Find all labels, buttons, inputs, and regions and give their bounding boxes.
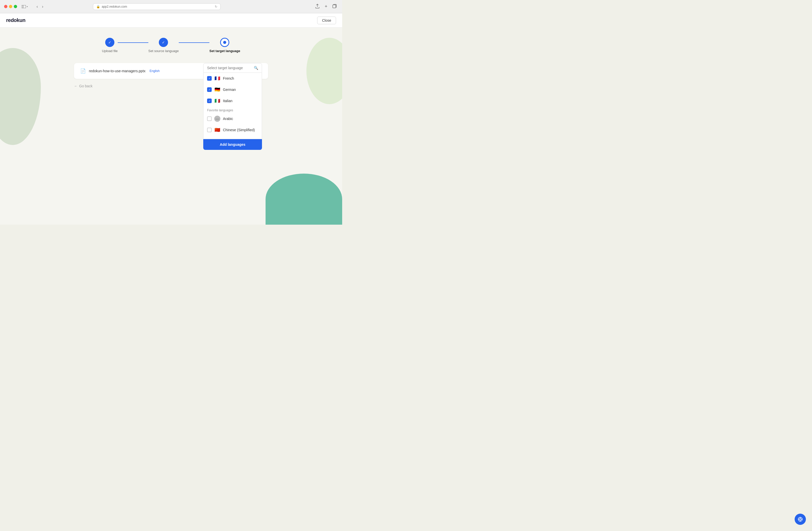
checkbox-german[interactable]: ✓: [207, 87, 212, 92]
checkbox-italian[interactable]: ✓: [207, 99, 212, 103]
step-2-label: Set source language: [148, 49, 179, 53]
language-name-chinese-simplified: Chinese (Simplified): [223, 128, 255, 132]
favorite-languages-section-label: Favorite languages: [203, 106, 262, 113]
check-icon-italian: ✓: [208, 99, 211, 103]
language-name-french: French: [223, 76, 234, 80]
traffic-light-red[interactable]: [4, 5, 8, 8]
flag-italian: 🇮🇹: [214, 98, 220, 104]
language-item-macedonian[interactable]: 🇲🇰 Macedonian: [203, 135, 262, 139]
step-line-1: [118, 42, 148, 43]
language-item-italian[interactable]: ✓ 🇮🇹 Italian: [203, 95, 262, 106]
language-search-input[interactable]: [207, 66, 252, 70]
flag-french: 🇫🇷: [214, 75, 220, 82]
step-1-label: Upload file: [102, 49, 117, 53]
step-2-circle: ✓: [159, 38, 168, 47]
step-line-2: [179, 42, 209, 43]
forward-button[interactable]: ›: [40, 3, 45, 10]
language-search-box: 🔍: [203, 63, 262, 73]
windows-button[interactable]: [331, 3, 338, 11]
lock-icon: 🔒: [96, 5, 100, 9]
refresh-icon[interactable]: ↻: [215, 5, 217, 9]
language-item-german[interactable]: ✓ 🇩🇪 German: [203, 84, 262, 95]
bg-decoration-left: [0, 48, 41, 145]
app-header: redokun Close: [0, 13, 342, 28]
traffic-light-green[interactable]: [14, 5, 17, 8]
stepper: ✓ Upload file ✓ Set source language Set …: [5, 38, 337, 53]
step-target-language: Set target language: [209, 38, 240, 53]
step-3-label: Set target language: [209, 49, 240, 53]
main-content: ✓ Upload file ✓ Set source language Set …: [0, 28, 342, 225]
card-area: 📄 redokun-how-to-use-managers.pptx Engli…: [74, 63, 268, 88]
go-back-arrow: ←: [74, 84, 78, 88]
file-row: 📄 redokun-how-to-use-managers.pptx Engli…: [74, 63, 268, 79]
bg-decoration-right-bottom: [265, 174, 342, 225]
file-icon: 📄: [80, 68, 86, 74]
step-source-language: ✓ Set source language: [148, 38, 179, 53]
sidebar-toggle-button[interactable]: [20, 4, 30, 9]
checkbox-chinese-simplified[interactable]: [207, 128, 212, 132]
file-language-badge: English: [150, 69, 160, 73]
language-dropdown: 🔍 ✓ 🇫🇷 French ✓: [203, 63, 262, 150]
url-text: app2.redokun.com: [102, 5, 127, 9]
close-button[interactable]: Close: [317, 17, 336, 24]
step-upload-file: ✓ Upload file: [102, 38, 117, 53]
language-name-german: German: [223, 88, 236, 92]
browser-chrome: ‹ › 🔒 app2.redokun.com ↻ +: [0, 0, 342, 13]
svg-rect-2: [333, 5, 336, 8]
checkbox-arabic[interactable]: [207, 116, 212, 121]
language-item-arabic[interactable]: — Arabic: [203, 113, 262, 124]
back-button[interactable]: ‹: [35, 3, 39, 10]
search-icon: 🔍: [254, 66, 258, 70]
step-1-check: ✓: [108, 40, 111, 44]
browser-nav: ‹ ›: [35, 3, 45, 10]
language-item-chinese-simplified[interactable]: 🇨🇳 Chinese (Simplified): [203, 124, 262, 135]
address-bar[interactable]: 🔒 app2.redokun.com ↻: [93, 3, 221, 10]
step-3-circle: [220, 38, 229, 47]
file-name: redokun-how-to-use-managers.pptx: [89, 69, 146, 73]
step-1-circle: ✓: [105, 38, 114, 47]
flag-chinese-simplified: 🇨🇳: [214, 127, 220, 133]
language-list: ✓ 🇫🇷 French ✓ 🇩🇪 German: [203, 73, 262, 139]
logo: redokun: [6, 17, 25, 23]
checkbox-french[interactable]: ✓: [207, 76, 212, 81]
traffic-light-yellow[interactable]: [9, 5, 12, 8]
language-name-arabic: Arabic: [223, 117, 233, 121]
flag-german: 🇩🇪: [214, 87, 220, 93]
add-languages-button[interactable]: Add languages: [203, 139, 262, 150]
step-2-check: ✓: [162, 40, 165, 44]
check-icon-french: ✓: [208, 77, 211, 80]
flag-arabic: —: [214, 116, 220, 122]
go-back-label: Go back: [79, 84, 92, 88]
traffic-lights: [4, 5, 17, 8]
browser-actions: +: [314, 3, 338, 11]
check-icon-german: ✓: [208, 88, 211, 91]
svg-rect-0: [22, 5, 26, 8]
language-item-french[interactable]: ✓ 🇫🇷 French: [203, 73, 262, 84]
language-name-italian: Italian: [223, 99, 232, 103]
share-button[interactable]: [314, 3, 321, 11]
new-tab-button[interactable]: +: [323, 3, 329, 11]
